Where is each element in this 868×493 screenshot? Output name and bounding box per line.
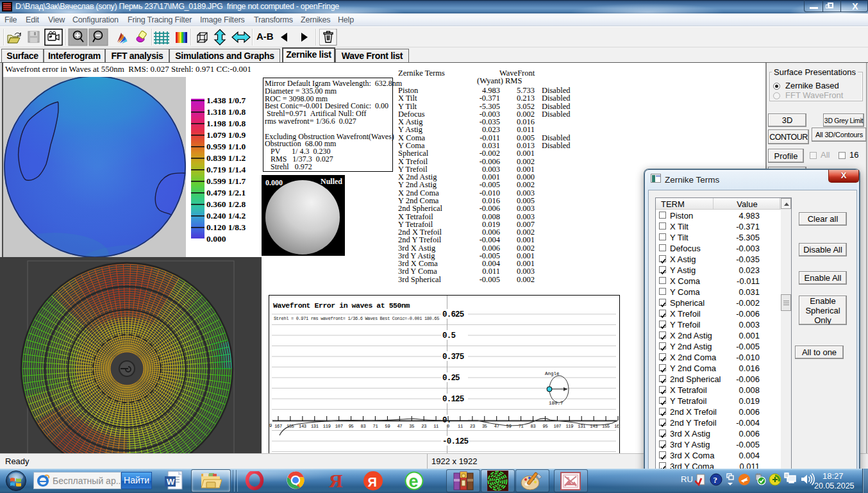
svg-text:0.000: 0.000 — [206, 234, 226, 244]
svg-text:35: 35 — [409, 424, 414, 429]
svg-text:47: 47 — [397, 424, 402, 429]
svg-text:Nulled: Nulled — [321, 177, 342, 186]
svg-text:95: 95 — [543, 424, 548, 429]
svg-text:W: W — [167, 477, 175, 487]
svg-text:95: 95 — [349, 424, 354, 429]
svg-text:9: 9 — [269, 423, 272, 428]
svg-text:107: 107 — [554, 424, 562, 429]
svg-text:59: 59 — [506, 424, 512, 429]
svg-text:0.25: 0.25 — [442, 374, 460, 383]
svg-text:155: 155 — [287, 424, 294, 429]
svg-text:Я: Я — [329, 471, 343, 490]
svg-text:0.5: 0.5 — [442, 331, 455, 340]
svg-text:0.000: 0.000 — [265, 178, 283, 187]
svg-text:0.599 1/1.7: 0.599 1/1.7 — [206, 176, 246, 186]
svg-text:0.240 1/4.2: 0.240 1/4.2 — [206, 211, 246, 221]
svg-text:0.360 1/2.8: 0.360 1/2.8 — [206, 199, 246, 209]
svg-text:119: 119 — [565, 424, 573, 429]
svg-text:167: 167 — [274, 424, 282, 429]
svg-text:131: 131 — [311, 424, 319, 429]
svg-text:0.479 1/2.1: 0.479 1/2.1 — [206, 188, 246, 197]
svg-text:0.959 1/1.0: 0.959 1/1.0 — [206, 142, 246, 151]
svg-text:59: 59 — [385, 424, 390, 429]
svg-text:0.839 1/1.2: 0.839 1/1.2 — [206, 153, 246, 163]
svg-text:Wavefront Error in waves at 55: Wavefront Error in waves at 550nm — [273, 301, 410, 310]
svg-text:180.7: 180.7 — [549, 401, 563, 406]
svg-text:0.120 1/8.3: 0.120 1/8.3 — [206, 222, 246, 232]
svg-text:23: 23 — [421, 424, 426, 429]
svg-text:Я: Я — [368, 475, 377, 489]
svg-text:83: 83 — [531, 424, 536, 429]
svg-text:-0.125: -0.125 — [442, 437, 469, 446]
svg-text:1.198 1/0.8: 1.198 1/0.8 — [206, 119, 246, 128]
svg-text:0.375: 0.375 — [442, 353, 464, 362]
svg-text:0.719 1/1.4: 0.719 1/1.4 — [206, 165, 246, 174]
svg-text:11: 11 — [458, 424, 463, 429]
svg-text:11: 11 — [433, 424, 438, 429]
svg-text:1.318 1/0.8: 1.318 1/0.8 — [206, 107, 246, 117]
svg-text:107: 107 — [335, 424, 343, 429]
svg-text:143: 143 — [590, 424, 597, 429]
svg-text:Angle: Angle — [545, 371, 560, 376]
svg-text:83: 83 — [361, 424, 366, 429]
svg-text:0.625: 0.625 — [442, 310, 464, 319]
svg-text:119: 119 — [323, 424, 331, 429]
svg-text:71: 71 — [372, 424, 378, 429]
svg-text:0: 0 — [447, 424, 449, 429]
svg-text:1.438 1/0.7: 1.438 1/0.7 — [206, 96, 246, 105]
svg-text:143: 143 — [299, 424, 306, 429]
svg-text:167: 167 — [614, 424, 619, 429]
svg-text:Strehl = 0.971 rms wavefront=: Strehl = 0.971 rms wavefront= 1/36.6 Wav… — [274, 316, 439, 321]
svg-text:23: 23 — [470, 424, 475, 429]
svg-text:?: ? — [714, 475, 718, 485]
svg-text:1.079 1/0.9: 1.079 1/0.9 — [206, 130, 246, 140]
svg-text:e: e — [409, 472, 419, 491]
svg-text:35: 35 — [482, 424, 487, 429]
svg-text:0.125: 0.125 — [442, 395, 464, 404]
